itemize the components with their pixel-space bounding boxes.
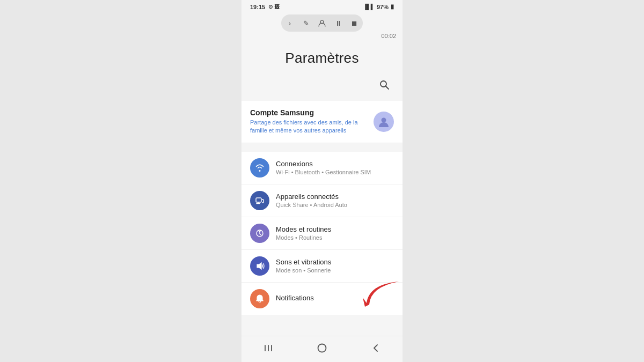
connexions-subtitle: Wi-Fi • Bluetooth • Gestionnaire SIM <box>276 169 394 175</box>
toolbar-stop-btn[interactable]: ⏹ <box>347 16 362 31</box>
settings-item-sons[interactable]: Sons et vibrations Mode son • Sonnerie <box>241 250 402 283</box>
modes-subtitle: Modes • Routines <box>276 234 394 241</box>
connexions-icon <box>250 158 269 178</box>
settings-item-notifications[interactable]: Notifications <box>241 283 402 315</box>
modes-text: Modes et routines Modes • Routines <box>276 225 394 241</box>
nav-recent-button[interactable] <box>258 342 279 354</box>
search-button[interactable] <box>375 75 394 94</box>
svg-point-1 <box>380 81 386 87</box>
modes-title: Modes et routines <box>276 225 394 233</box>
status-time: 19:15 ⊙ 🖼 <box>250 4 280 10</box>
settings-section-main: Connexions Wi-Fi • Bluetooth • Gestionna… <box>241 152 402 315</box>
svg-marker-8 <box>257 263 261 269</box>
notifications-title: Notifications <box>276 294 394 302</box>
svg-line-2 <box>386 86 389 89</box>
sons-subtitle: Mode son • Sonnerie <box>276 267 394 274</box>
page-title: Paramètres <box>250 50 394 67</box>
search-area <box>241 71 402 101</box>
samsung-account-title: Compte Samsung <box>250 108 367 117</box>
nav-back-button[interactable] <box>365 342 386 354</box>
status-icons-left: ⊙ 🖼 <box>268 4 280 10</box>
toolbar: › ✎ ⏸ ⏹ <box>241 12 402 33</box>
nav-home-button[interactable] <box>311 342 333 354</box>
toolbar-play-btn[interactable]: › <box>282 16 297 31</box>
svg-point-3 <box>382 117 386 122</box>
phone-screen: 19:15 ⊙ 🖼 ▐▌▌ 97% ▮ › ✎ ⏸ ⏹ 00:02 Paramè… <box>241 0 402 362</box>
samsung-account-text: Compte Samsung Partage des fichiers avec… <box>250 108 367 135</box>
sons-text: Sons et vibrations Mode son • Sonnerie <box>276 258 394 274</box>
toolbar-pencil-btn[interactable]: ✎ <box>298 16 313 31</box>
signal-icon: ▐▌▌ <box>363 4 375 10</box>
battery-percentage: 97% <box>377 4 389 10</box>
status-indicators: ▐▌▌ 97% ▮ <box>363 3 394 10</box>
page-title-section: Paramètres <box>241 41 402 71</box>
samsung-account-desc: Partage des fichiers avec des amis, de l… <box>250 119 367 135</box>
connexions-text: Connexions Wi-Fi • Bluetooth • Gestionna… <box>276 160 394 175</box>
status-bar: 19:15 ⊙ 🖼 ▐▌▌ 97% ▮ <box>241 0 402 12</box>
toolbar-button-group: › ✎ ⏸ ⏹ <box>281 14 363 32</box>
settings-list: Compte Samsung Partage des fichiers avec… <box>241 101 402 336</box>
toolbar-profile-btn[interactable] <box>314 16 330 31</box>
battery-icon: ▮ <box>391 3 394 10</box>
appareils-title: Appareils connectés <box>276 193 394 201</box>
notifications-text: Notifications <box>276 294 394 303</box>
notifications-icon <box>250 289 269 308</box>
samsung-account-item[interactable]: Compte Samsung Partage des fichiers avec… <box>241 101 402 143</box>
appareils-text: Appareils connectés Quick Share • Androi… <box>276 193 394 208</box>
modes-icon <box>250 224 269 243</box>
timer-display: 00:02 <box>241 33 402 41</box>
svg-rect-4 <box>256 198 261 202</box>
settings-item-appareils[interactable]: Appareils connectés Quick Share • Androi… <box>241 184 402 217</box>
sons-title: Sons et vibrations <box>276 258 394 266</box>
nav-bar <box>241 336 402 362</box>
settings-item-connexions[interactable]: Connexions Wi-Fi • Bluetooth • Gestionna… <box>241 152 402 184</box>
group-separator-1 <box>241 147 402 152</box>
appareils-icon <box>250 191 269 210</box>
appareils-subtitle: Quick Share • Android Auto <box>276 202 394 208</box>
toolbar-pause-btn[interactable]: ⏸ <box>331 16 346 31</box>
samsung-account-avatar <box>374 112 394 132</box>
sons-icon <box>250 256 269 276</box>
connexions-title: Connexions <box>276 160 394 168</box>
time-display: 19:15 <box>250 4 265 10</box>
svg-point-12 <box>318 344 326 352</box>
settings-item-modes[interactable]: Modes et routines Modes • Routines <box>241 217 402 250</box>
